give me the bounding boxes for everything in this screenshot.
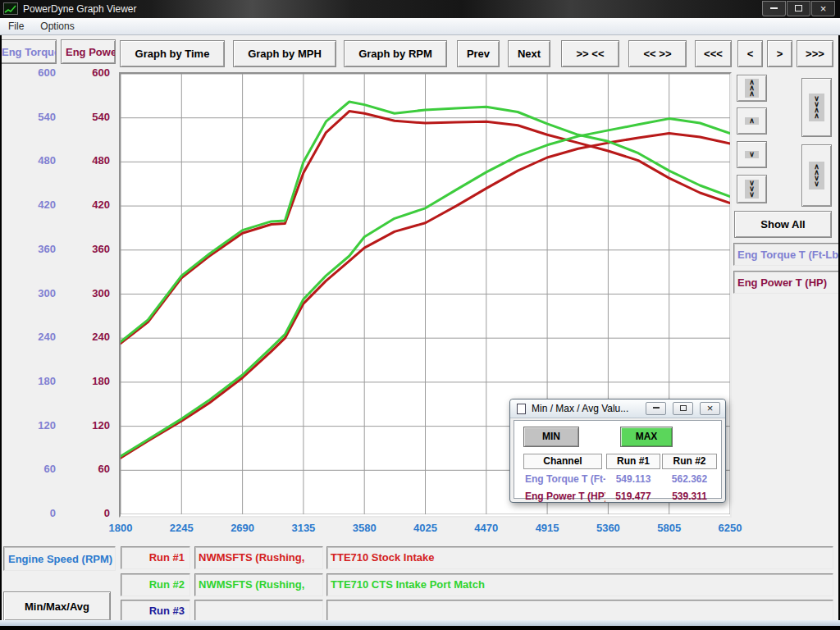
show-all-button[interactable]: Show All [734,211,832,238]
maximize-button[interactable] [787,1,810,16]
minmax-row-channel-2: Eng Power T (HP) [525,491,605,502]
expand-y-scale-button[interactable]: ∧ ∧ ∨ ∨ [801,144,832,207]
y-tick-torque-540: 540 [15,111,56,126]
scroll-down-button-icon: ∨ [745,151,759,158]
minmax-row-channel-1: Eng Torque T (Ft- [525,473,605,485]
minimize-icon [653,406,660,409]
engine-speed-label[interactable]: Engine Speed (RPM) [8,553,112,565]
minmax-avg-button[interactable]: Min/Max/Avg [3,591,111,621]
maximize-icon [795,5,802,11]
close-button[interactable]: × [811,1,835,16]
min-button[interactable]: MIN [523,427,579,447]
y-tick-power-360: 360 [69,243,110,258]
window-left-border [0,35,2,621]
graph-by-rpm-button[interactable]: Graph by RPM [344,40,447,67]
minmax-col-header-1[interactable]: Channel [523,454,602,469]
maximize-icon [680,405,687,411]
y-tick-power-240: 240 [69,331,110,345]
powerdyne-window: PowerDyne Graph Viewer × FileOptions Eng… [0,0,840,630]
minmax-col-header-2[interactable]: Run #1 [606,454,660,469]
minmax-row-run2-1: 562.362 [662,473,717,486]
title-bar[interactable]: PowerDyne Graph Viewer × [0,0,840,18]
scroll-up-button-icon: ∧ [745,117,759,125]
eng-torque-channel-label: Eng Torque [2,46,57,58]
eng-power-channel-button[interactable]: Eng Power [61,39,116,64]
minmax-body: MIN MAX ChannelRun #1Run #2Eng Torque T … [514,420,722,499]
scroll-down-fast-button-icon: ∨ ∨ ∨ [745,180,759,199]
scroll-up-button[interactable]: ∧ [737,107,767,135]
document-icon [517,404,526,414]
x-tick-3580: 3580 [340,522,389,535]
next-button[interactable]: Next [508,40,550,67]
pan-right-button[interactable]: > [767,40,792,67]
y-tick-power-120: 120 [69,419,110,434]
y-tick-power-180: 180 [69,375,110,390]
pan-left-button[interactable]: < [737,40,763,67]
run-description-2[interactable]: TTE710 CTS Intake Port Match [326,573,833,596]
y-tick-torque-480: 480 [15,154,56,169]
y-tick-torque-360: 360 [15,243,56,258]
client-area: Eng Torque Eng Power Graph by TimeGraph … [0,35,840,621]
graph-by-mph-button[interactable]: Graph by MPH [233,40,336,67]
prev-button[interactable]: Prev [457,40,500,67]
x-tick-3135: 3135 [279,522,328,535]
scroll-down-fast-button[interactable]: ∨ ∨ ∨ [737,175,767,203]
app-icon [3,2,18,15]
pan-left-fast-button[interactable]: <<< [695,40,732,67]
window-title: PowerDyne Graph Viewer [23,3,137,15]
window-bottom-border [0,620,840,626]
zoom-in-x-button[interactable]: >> << [561,40,619,67]
minmax-window-title: Min / Max / Avg Valu... [532,403,628,414]
scroll-down-button[interactable]: ∨ [737,141,767,168]
run-comment-3[interactable] [194,600,323,623]
file-menu[interactable]: File [0,18,32,34]
run-comment-2[interactable]: NWMSFTS (Rushing, [194,573,323,596]
pan-right-fast-button[interactable]: >>> [797,40,833,67]
scroll-up-fast-button[interactable]: ∧ ∧ ∧ [737,75,767,102]
y-tick-power-600: 600 [69,66,110,81]
minmax-row-run1-1: 549.113 [606,473,660,486]
minimize-icon [770,7,778,9]
expand-y-scale-button-glyph: ∧ ∧ ∨ ∨ [814,164,819,187]
minimize-button[interactable] [762,1,786,16]
run-comment-1[interactable]: NWMSFTS (Rushing, [194,546,323,569]
scroll-up-fast-button-glyph: ∧ ∧ ∧ [749,80,755,97]
options-menu[interactable]: Options [32,18,82,34]
run-label-2[interactable]: Run #2 [121,573,190,596]
minmax-col-header-3[interactable]: Run #2 [662,454,717,469]
y-tick-power-60: 60 [69,463,110,477]
compress-y-scale-button[interactable]: ∨ ∨ ∧ ∧ [801,78,832,137]
menu-bar: FileOptions [0,18,840,35]
close-button[interactable]: × [700,402,720,415]
y-tick-torque-600: 600 [15,66,56,81]
x-tick-2690: 2690 [218,522,267,535]
minmax-row-run2-2: 539.311 [662,491,717,504]
x-tick-6250: 6250 [705,522,755,535]
y-tick-torque-120: 120 [15,419,56,434]
run-description-3[interactable] [326,600,833,623]
run-description-1[interactable]: TTE710 Stock Intake [326,546,833,569]
maximize-button[interactable] [673,402,693,415]
y-tick-torque-60: 60 [15,463,56,477]
zoom-out-x-button[interactable]: << >> [628,40,687,67]
y-tick-torque-300: 300 [15,287,56,302]
graph-by-time-button[interactable]: Graph by Time [120,40,225,67]
eng-power-axis-label[interactable]: Eng Power T (HP) [737,276,827,289]
y-tick-torque-0: 0 [15,507,56,522]
minimize-button[interactable] [646,402,666,415]
y-tick-power-540: 540 [69,111,110,126]
y-tick-power-480: 480 [69,154,110,169]
minmax-title-bar[interactable]: Min / Max / Avg Valu... × [510,399,725,418]
x-tick-1800: 1800 [96,522,145,535]
eng-torque-axis-label[interactable]: Eng Torque T (Ft-Lbs) [737,249,840,261]
run-label-1[interactable]: Run #1 [121,546,190,569]
x-tick-5805: 5805 [645,522,694,535]
x-tick-5360: 5360 [583,522,632,535]
eng-torque-channel-button[interactable]: Eng Torque [0,39,57,64]
window-controls: × [762,1,835,16]
scroll-down-fast-button-glyph: ∨ ∨ ∨ [749,180,755,198]
scroll-up-fast-button-icon: ∧ ∧ ∧ [745,79,759,98]
max-button[interactable]: MAX [620,427,673,447]
y-tick-power-0: 0 [69,507,110,522]
run-label-3[interactable]: Run #3 [121,600,190,623]
